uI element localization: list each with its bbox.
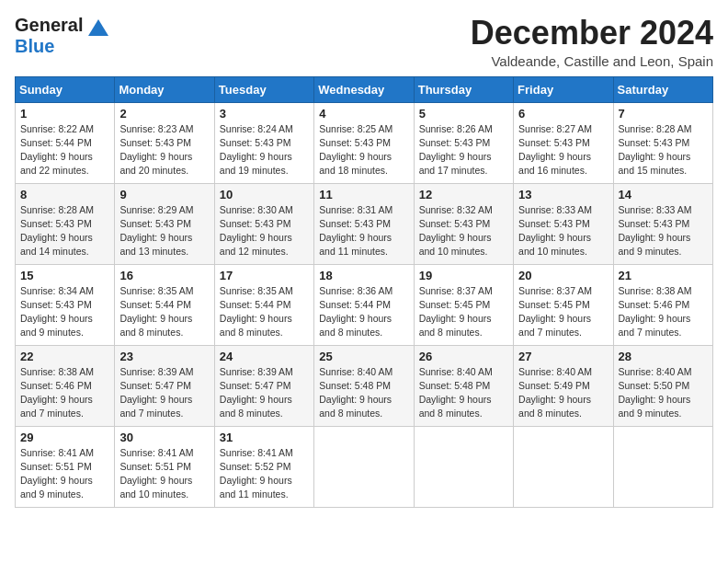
logo: General Blue — [15, 15, 108, 57]
calendar-day-16: 16Sunrise: 8:35 AMSunset: 5:44 PMDayligh… — [115, 264, 214, 345]
calendar-day-14: 14Sunrise: 8:33 AMSunset: 5:43 PMDayligh… — [613, 183, 712, 264]
logo-general-text: General — [15, 15, 83, 35]
day-number: 5 — [419, 107, 508, 121]
calendar-day-28: 28Sunrise: 8:40 AMSunset: 5:50 PMDayligh… — [613, 345, 712, 426]
day-info: Sunrise: 8:41 AMSunset: 5:52 PMDaylight:… — [220, 446, 309, 502]
day-number: 1 — [20, 107, 109, 121]
calendar-day-21: 21Sunrise: 8:38 AMSunset: 5:46 PMDayligh… — [613, 264, 712, 345]
day-info: Sunrise: 8:25 AMSunset: 5:43 PMDaylight:… — [319, 122, 408, 178]
calendar-day-25: 25Sunrise: 8:40 AMSunset: 5:48 PMDayligh… — [314, 345, 414, 426]
weekday-header-monday: Monday — [115, 76, 214, 102]
calendar-day-1: 1Sunrise: 8:22 AMSunset: 5:44 PMDaylight… — [16, 102, 115, 183]
calendar-day-10: 10Sunrise: 8:30 AMSunset: 5:43 PMDayligh… — [214, 183, 313, 264]
calendar-day-4: 4Sunrise: 8:25 AMSunset: 5:43 PMDaylight… — [314, 102, 414, 183]
day-info: Sunrise: 8:40 AMSunset: 5:50 PMDaylight:… — [619, 365, 708, 421]
calendar-week-1: 1Sunrise: 8:22 AMSunset: 5:44 PMDaylight… — [16, 102, 713, 183]
calendar-day-20: 20Sunrise: 8:37 AMSunset: 5:45 PMDayligh… — [514, 264, 613, 345]
day-number: 25 — [319, 350, 408, 363]
day-info: Sunrise: 8:22 AMSunset: 5:44 PMDaylight:… — [20, 122, 109, 178]
weekday-header-sunday: Sunday — [16, 76, 115, 102]
day-info: Sunrise: 8:38 AMSunset: 5:46 PMDaylight:… — [20, 365, 109, 421]
calendar-day-31: 31Sunrise: 8:41 AMSunset: 5:52 PMDayligh… — [214, 426, 313, 507]
day-info: Sunrise: 8:27 AMSunset: 5:43 PMDaylight:… — [518, 122, 608, 178]
day-number: 9 — [119, 188, 209, 201]
calendar-day-24: 24Sunrise: 8:39 AMSunset: 5:47 PMDayligh… — [214, 345, 313, 426]
weekday-header-thursday: Thursday — [414, 76, 513, 102]
day-number: 10 — [220, 188, 309, 201]
calendar-day-5: 5Sunrise: 8:26 AMSunset: 5:43 PMDaylight… — [414, 102, 513, 183]
day-info: Sunrise: 8:40 AMSunset: 5:49 PMDaylight:… — [518, 365, 608, 421]
day-info: Sunrise: 8:23 AMSunset: 5:43 PMDaylight:… — [119, 122, 209, 178]
calendar-day-8: 8Sunrise: 8:28 AMSunset: 5:43 PMDaylight… — [16, 183, 115, 264]
calendar-day-6: 6Sunrise: 8:27 AMSunset: 5:43 PMDaylight… — [514, 102, 613, 183]
day-number: 22 — [20, 350, 109, 363]
empty-cell — [314, 426, 414, 507]
calendar-day-7: 7Sunrise: 8:28 AMSunset: 5:43 PMDaylight… — [613, 102, 712, 183]
day-info: Sunrise: 8:33 AMSunset: 5:43 PMDaylight:… — [619, 203, 708, 259]
day-info: Sunrise: 8:28 AMSunset: 5:43 PMDaylight:… — [619, 122, 708, 178]
calendar-week-4: 22Sunrise: 8:38 AMSunset: 5:46 PMDayligh… — [16, 345, 713, 426]
calendar-day-29: 29Sunrise: 8:41 AMSunset: 5:51 PMDayligh… — [16, 426, 115, 507]
day-info: Sunrise: 8:36 AMSunset: 5:44 PMDaylight:… — [319, 284, 408, 340]
day-number: 16 — [119, 269, 209, 282]
calendar-day-18: 18Sunrise: 8:36 AMSunset: 5:44 PMDayligh… — [314, 264, 414, 345]
day-info: Sunrise: 8:40 AMSunset: 5:48 PMDaylight:… — [319, 365, 408, 421]
calendar-day-11: 11Sunrise: 8:31 AMSunset: 5:43 PMDayligh… — [314, 183, 414, 264]
day-number: 18 — [319, 269, 408, 282]
weekday-header-tuesday: Tuesday — [214, 76, 313, 102]
day-number: 2 — [119, 107, 209, 121]
calendar-day-13: 13Sunrise: 8:33 AMSunset: 5:43 PMDayligh… — [514, 183, 613, 264]
day-info: Sunrise: 8:29 AMSunset: 5:43 PMDaylight:… — [119, 203, 209, 259]
empty-cell — [514, 426, 613, 507]
calendar-day-2: 2Sunrise: 8:23 AMSunset: 5:43 PMDaylight… — [115, 102, 214, 183]
day-info: Sunrise: 8:39 AMSunset: 5:47 PMDaylight:… — [119, 365, 209, 421]
day-info: Sunrise: 8:28 AMSunset: 5:43 PMDaylight:… — [20, 203, 109, 259]
day-info: Sunrise: 8:41 AMSunset: 5:51 PMDaylight:… — [20, 446, 109, 502]
day-number: 31 — [220, 431, 309, 444]
calendar-day-19: 19Sunrise: 8:37 AMSunset: 5:45 PMDayligh… — [414, 264, 513, 345]
calendar-week-5: 29Sunrise: 8:41 AMSunset: 5:51 PMDayligh… — [16, 426, 713, 507]
weekday-header-row: SundayMondayTuesdayWednesdayThursdayFrid… — [16, 76, 713, 102]
day-info: Sunrise: 8:41 AMSunset: 5:51 PMDaylight:… — [119, 446, 209, 502]
day-info: Sunrise: 8:38 AMSunset: 5:46 PMDaylight:… — [619, 284, 708, 340]
calendar-week-3: 15Sunrise: 8:34 AMSunset: 5:43 PMDayligh… — [16, 264, 713, 345]
day-info: Sunrise: 8:35 AMSunset: 5:44 PMDaylight:… — [119, 284, 209, 340]
day-number: 30 — [119, 431, 209, 444]
logo-blue-text: Blue — [15, 36, 54, 56]
day-number: 14 — [619, 188, 708, 201]
empty-cell — [414, 426, 513, 507]
day-number: 24 — [220, 350, 309, 363]
calendar-day-17: 17Sunrise: 8:35 AMSunset: 5:44 PMDayligh… — [214, 264, 313, 345]
title-section: December 2024 Valdeande, Castille and Le… — [471, 15, 713, 69]
empty-cell — [613, 426, 712, 507]
day-info: Sunrise: 8:34 AMSunset: 5:43 PMDaylight:… — [20, 284, 109, 340]
weekday-header-friday: Friday — [514, 76, 613, 102]
day-number: 19 — [419, 269, 508, 282]
day-number: 6 — [518, 107, 608, 121]
day-number: 3 — [220, 107, 309, 121]
day-info: Sunrise: 8:33 AMSunset: 5:43 PMDaylight:… — [518, 203, 608, 259]
calendar-day-30: 30Sunrise: 8:41 AMSunset: 5:51 PMDayligh… — [115, 426, 214, 507]
day-info: Sunrise: 8:35 AMSunset: 5:44 PMDaylight:… — [220, 284, 309, 340]
day-number: 23 — [119, 350, 209, 363]
logo-icon — [88, 19, 108, 36]
day-number: 11 — [319, 188, 408, 201]
page-header: General Blue December 2024 Valdeande, Ca… — [15, 15, 713, 69]
day-number: 7 — [619, 107, 708, 121]
location-subtitle: Valdeande, Castille and Leon, Spain — [471, 53, 713, 69]
calendar-day-3: 3Sunrise: 8:24 AMSunset: 5:43 PMDaylight… — [214, 102, 313, 183]
day-number: 29 — [20, 431, 109, 444]
calendar-day-22: 22Sunrise: 8:38 AMSunset: 5:46 PMDayligh… — [16, 345, 115, 426]
calendar-table: SundayMondayTuesdayWednesdayThursdayFrid… — [15, 76, 713, 508]
day-info: Sunrise: 8:37 AMSunset: 5:45 PMDaylight:… — [419, 284, 508, 340]
weekday-header-saturday: Saturday — [613, 76, 712, 102]
calendar-week-2: 8Sunrise: 8:28 AMSunset: 5:43 PMDaylight… — [16, 183, 713, 264]
day-number: 15 — [20, 269, 109, 282]
day-info: Sunrise: 8:40 AMSunset: 5:48 PMDaylight:… — [419, 365, 508, 421]
calendar-day-23: 23Sunrise: 8:39 AMSunset: 5:47 PMDayligh… — [115, 345, 214, 426]
day-info: Sunrise: 8:39 AMSunset: 5:47 PMDaylight:… — [220, 365, 309, 421]
day-info: Sunrise: 8:30 AMSunset: 5:43 PMDaylight:… — [220, 203, 309, 259]
weekday-header-wednesday: Wednesday — [314, 76, 414, 102]
day-info: Sunrise: 8:31 AMSunset: 5:43 PMDaylight:… — [319, 203, 408, 259]
day-number: 4 — [319, 107, 408, 121]
